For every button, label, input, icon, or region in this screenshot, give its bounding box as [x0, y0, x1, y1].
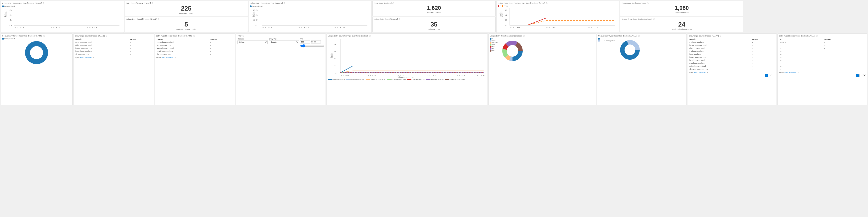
export-formatted-link[interactable]: Formatted [699, 72, 706, 73]
export-formatted-link[interactable]: Formatted [789, 72, 796, 73]
filter-domain-select[interactable]: Select . [238, 40, 268, 44]
table-row: 127.0.0.16 [779, 41, 866, 44]
legend-label: CNAME [492, 42, 498, 44]
info-icon: ⓘ [43, 35, 45, 37]
svg-text:Entries: Entries [3, 11, 8, 17]
info-icon: ⓘ [106, 35, 107, 37]
legend-label: honeypot.local - NS [430, 79, 444, 80]
title-text: Entry Count [Dnsbeat A/AAAA] [622, 2, 646, 4]
per-type-chart: 0 2 4 6 Entries 21:54 22:03 22:17 Timest… [498, 7, 618, 29]
table-cell: -2 [779, 47, 823, 50]
legend-mx-seg: MX [490, 46, 498, 48]
page-next-btn[interactable]: › [863, 74, 866, 77]
table-cell: jumps.honeypot.local [156, 47, 209, 50]
page-next-btn[interactable]: › [773, 74, 775, 77]
svg-text:21:57: 21:57 [262, 26, 273, 28]
table-cell: 2 [751, 62, 775, 65]
col-domain: Domain [75, 38, 129, 41]
table-cell: lorem.honeypot.local [75, 50, 129, 53]
table-cell: 1 [129, 47, 152, 50]
title-text: Entry Count [Dnsbeat CNAME] [126, 2, 151, 4]
ttl-min-input[interactable] [300, 40, 310, 43]
export-raw-link[interactable]: Raw [80, 57, 83, 59]
svg-point-60 [625, 45, 634, 54]
table-row: -15 [779, 44, 866, 47]
panel-type-repartition-a-aaaa: Unique Entry Type Repartition [Dnsbeat A… [597, 34, 686, 105]
table-cell: sleeping.honeypot.local [689, 68, 751, 71]
donut-dnsbeat-svg [499, 38, 525, 64]
info-icon: ⓘ [523, 35, 525, 37]
export-raw-link[interactable]: Raw [694, 72, 697, 73]
panel-a-aaaa-count: Entry Count [Dnsbeat A/AAAA] ⓘ 1,080 Mon… [620, 1, 743, 16]
table-row: -31 [779, 50, 866, 53]
page-2-btn[interactable]: 2 [860, 74, 862, 77]
donut-cname [2, 41, 71, 65]
ttl-slider[interactable] [300, 44, 324, 47]
table-cell: 1 [824, 65, 866, 68]
unique-dnsbeat-value: 35 [374, 21, 494, 28]
target-count-a-aaaa-table: Domain Targets the.honeypot.local4brown.… [689, 38, 776, 71]
table-cell: 1 [129, 53, 152, 56]
svg-text:4: 4 [334, 58, 336, 60]
export-label: Export: [779, 72, 784, 73]
table-row: dbg.honeypot.local2 [689, 47, 776, 50]
legend-dot [328, 79, 332, 80]
col-domain: Domain [156, 38, 209, 41]
svg-text:8: 8 [334, 43, 336, 45]
pagination-target-a-aaaa: 1 2 › [689, 74, 776, 77]
title-text: Entry Target Count [Dnsbeat CNAME] [75, 35, 105, 37]
panel-title-target-repartition-cname: Unique Entry Target Repartition [Dnsbeat… [2, 35, 71, 37]
svg-text:0: 0 [255, 25, 257, 27]
legend-honeypot: honeypot.local [2, 5, 15, 7]
table-row: -51 [779, 56, 866, 59]
legend-label: honeypot.local [4, 38, 15, 40]
page-1-btn[interactable]: 1 [765, 74, 768, 77]
table-cell: 6 [824, 41, 866, 44]
export-raw-link[interactable]: Raw [162, 57, 165, 59]
legend-dot [387, 79, 391, 80]
svg-text:1: 1 [9, 19, 12, 21]
panel-title-target-source-cname: Entry Target Source Count [Dnsbeat CNAME… [156, 35, 234, 37]
legend-dot [598, 38, 600, 40]
legend-label: honeypot.local - A [333, 79, 345, 80]
info-icon: ⓘ [720, 35, 721, 37]
table-row: lazy.honeypot.local2 [689, 59, 776, 62]
legend-cname-type: honeypot.local - CN... [366, 79, 386, 80]
legend-label: AAAA - honeypot.loc... [600, 40, 616, 42]
panel-title-source-count-a-aaaa: Entry Target Source Count [Dnsbeat A/AAA… [779, 35, 866, 37]
legend-honeypot-repartition: honeypot.local [2, 38, 15, 40]
export-row-source-a-aaaa: Export: Raw Formatted ⬇ [779, 72, 866, 73]
legend-dot [445, 79, 449, 80]
info-icon: ⓘ [399, 19, 400, 20]
legend-dot-aaaa [502, 5, 503, 7]
source-count-a-aaaa-table: IP Sources 127.0.0.16-15-24-31-41-51-61-… [779, 38, 866, 71]
table-cell: 4 [824, 47, 866, 50]
export-formatted-link[interactable]: Formatted [85, 57, 92, 59]
col-domain: Domain [689, 38, 751, 41]
filter-entry-type-select[interactable]: Select . [269, 40, 299, 44]
svg-text:22:47: 22:47 [457, 74, 465, 76]
panel-cname-count: Entry Count [Dnsbeat CNAME] ⓘ 225 Monito… [125, 1, 248, 16]
panel-unique-a-aaaa: Unique Entry Count [Dnsbeat A/AAAA] ⓘ 24… [620, 17, 743, 32]
title-text: Unique Entry Count Per Type Over Time [D… [328, 35, 368, 37]
table-cell: 1 [824, 68, 866, 71]
export-formatted-link[interactable]: Formatted [166, 57, 173, 59]
table-cell: 1 [824, 56, 866, 59]
ttl-max-input[interactable] [311, 40, 321, 43]
title-text: Unique Entry Count [Dnsbeat] [374, 18, 398, 20]
page-2-btn[interactable]: 2 [769, 74, 772, 77]
svg-text:Timestamp: Timestamp [53, 29, 74, 29]
panel-title-unique-cname: Unique Entry Count [Dnsbeat CNAME] ⓘ [126, 18, 246, 20]
table-row: dolor.honeypot.local1 [75, 44, 153, 47]
table-cell: 1 [209, 50, 234, 53]
export-raw-link[interactable]: Raw [784, 72, 788, 73]
svg-text:4: 4 [505, 14, 507, 16]
page-1-btn[interactable]: 1 [856, 74, 859, 77]
table-cell: -7 [779, 62, 823, 65]
table-cell: 1 [129, 50, 152, 53]
table-row: ipsum.honeypot.local1 [75, 47, 153, 50]
info-icon: ⓘ [546, 2, 548, 4]
svg-text:30: 30 [253, 9, 258, 11]
col-sources: Sources [824, 38, 866, 41]
export-row-target-a-aaaa: Export: Raw Formatted ⬇ [689, 72, 776, 73]
